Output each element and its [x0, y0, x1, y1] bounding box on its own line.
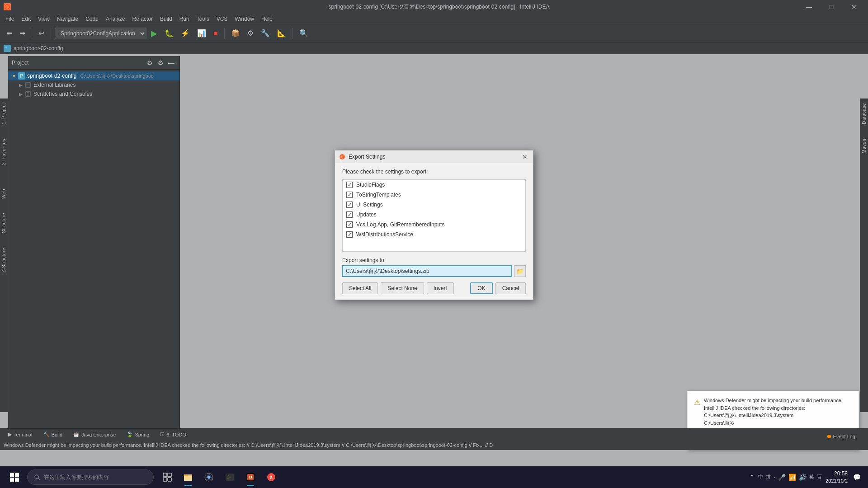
menu-file[interactable]: File — [2, 15, 18, 23]
run-tasks-button[interactable]: ⚙ — [245, 27, 256, 40]
checkbox-5[interactable] — [346, 231, 353, 238]
gear-button[interactable]: ⚙ — [156, 58, 165, 67]
menu-edit[interactable]: Edit — [18, 15, 34, 23]
tray-volume[interactable]: 🔊 — [799, 474, 807, 481]
run-config-select[interactable]: Springboot02ConfigApplication — [55, 28, 146, 39]
tab-java-enterprise[interactable]: ☕ Java Enterprise — [69, 431, 120, 438]
tray-ime-icon[interactable]: 百 — [817, 474, 822, 480]
taskbar: 在这里输入你要搜索的内容 — [0, 466, 868, 488]
tab-terminal[interactable]: ▶ Terminal — [4, 431, 37, 438]
menu-view[interactable]: View — [34, 15, 53, 23]
close-button[interactable]: ✕ — [844, 0, 864, 14]
menu-analyze[interactable]: Analyze — [102, 15, 129, 23]
menu-run[interactable]: Run — [176, 15, 193, 23]
tab-spring[interactable]: 🍃 Spring — [122, 431, 154, 438]
menu-tools[interactable]: Tools — [193, 15, 213, 23]
settings-item-2[interactable]: UI Settings — [343, 200, 525, 210]
dialog-close-button[interactable]: ✕ — [520, 152, 529, 161]
menu-window[interactable]: Window — [231, 15, 258, 23]
menu-vcs[interactable]: VCS — [213, 15, 231, 23]
checkbox-1[interactable] — [346, 192, 353, 198]
tree-item-root[interactable]: ▼ P springboot-02-config C:\Users\百岁\Des… — [8, 71, 179, 80]
invert-button[interactable]: Invert — [427, 282, 454, 294]
select-none-button[interactable]: Select None — [381, 282, 424, 294]
export-settings-dialog[interactable]: S Export Settings ✕ Please check the set… — [335, 150, 533, 300]
taskbar-search[interactable]: 在这里输入你要搜索的内容 — [27, 469, 154, 485]
taskbar-clock[interactable]: 20:58 2021/10/2 — [826, 470, 848, 484]
svg-rect-11 — [10, 473, 14, 477]
run-button[interactable]: ▶ — [148, 27, 160, 40]
tab-maven[interactable]: Maven — [861, 136, 868, 156]
tab-todo[interactable]: ☑ 6: TODO — [156, 431, 191, 438]
profile-button[interactable]: 📊 — [194, 27, 209, 40]
taskbar-file-explorer[interactable] — [178, 467, 198, 487]
settings-list[interactable]: StudioFlags ToStringTemplates UI Setting… — [342, 179, 526, 252]
project-title: springboot-02-config — [14, 45, 63, 52]
menu-code[interactable]: Code — [82, 15, 102, 23]
tab-build[interactable]: 🔨 Build — [39, 431, 67, 438]
tree-expand-icon-libs: ▶ — [19, 83, 23, 88]
checkbox-3[interactable] — [346, 211, 353, 218]
menu-refactor[interactable]: Refactor — [129, 15, 156, 23]
tray-dot[interactable]: · — [774, 474, 775, 481]
settings-item-4[interactable]: Vcs.Log.App, GitRememberedInputs — [343, 220, 525, 230]
ok-button[interactable]: OK — [470, 282, 492, 294]
spring-icon: 🍃 — [127, 432, 133, 437]
collapse-button[interactable]: — — [167, 58, 176, 67]
tree-item-libraries[interactable]: ▶ External Libraries — [8, 80, 179, 89]
tab-favorites[interactable]: 2: Favorites — [0, 136, 7, 168]
tab-database[interactable]: Database — [861, 100, 868, 127]
tab-web[interactable]: Web — [0, 186, 7, 202]
settings-item-3[interactable]: Updates — [343, 210, 525, 220]
undo-button[interactable]: ↩ — [36, 27, 47, 40]
export-path-input[interactable] — [342, 265, 512, 277]
tray-lang-switch[interactable]: 英 — [809, 474, 814, 480]
minimize-button[interactable]: — — [798, 0, 819, 14]
tab-structure[interactable]: Structure — [0, 210, 7, 236]
checkbox-2[interactable] — [346, 202, 353, 208]
debug-button[interactable]: 🐛 — [162, 27, 176, 40]
checkbox-4[interactable] — [346, 221, 353, 228]
taskbar-task-view[interactable] — [157, 467, 177, 487]
project-structure-button[interactable]: 📐 — [274, 27, 289, 40]
tray-wifi[interactable]: 📶 — [788, 474, 796, 481]
taskbar-terminal[interactable]: _ >_ — [220, 467, 240, 487]
menu-navigate[interactable]: Navigate — [53, 15, 82, 23]
tray-mic[interactable]: 🎤 — [778, 474, 786, 481]
forward-button[interactable]: ➡ — [17, 27, 28, 40]
tab-z-structure[interactable]: Z-Structure — [0, 245, 7, 276]
build-artifacts-button[interactable]: 📦 — [228, 27, 243, 40]
back-button[interactable]: ⬅ — [4, 27, 15, 40]
tray-arrow[interactable]: ⌃ — [750, 474, 755, 481]
event-log-badge[interactable]: Event Log — [824, 433, 859, 440]
taskbar-intellij[interactable]: IJ — [241, 467, 260, 487]
settings-item-0[interactable]: StudioFlags — [343, 180, 525, 190]
sdk-config-button[interactable]: 🔧 — [258, 27, 273, 40]
tray-notifications[interactable]: 💬 — [853, 474, 861, 481]
clock-date: 2021/10/2 — [826, 478, 848, 484]
menu-build[interactable]: Build — [156, 15, 176, 23]
select-all-button[interactable]: Select All — [342, 282, 378, 294]
settings-item-5[interactable]: WslDistributionsService — [343, 230, 525, 239]
settings-item-1[interactable]: ToStringTemplates — [343, 190, 525, 200]
menu-help[interactable]: Help — [258, 15, 276, 23]
stop-button[interactable]: ■ — [211, 27, 221, 40]
sync-button[interactable]: ⚙ — [145, 58, 154, 67]
taskbar-system-tray: ⌃ 中 拼 · 🎤 📶 🔊 英 百 20:58 2021/10/2 💬 — [750, 470, 864, 484]
status-bar-text: Windows Defender might be impacting your… — [4, 442, 493, 449]
project-panel-header: Project ⚙ ⚙ — — [8, 56, 179, 70]
browse-button[interactable]: 📁 — [514, 265, 526, 277]
checkbox-0[interactable] — [346, 182, 353, 188]
tray-pinyin[interactable]: 拼 — [766, 474, 771, 480]
tree-item-scratches[interactable]: ▶ Scratches and Consoles — [8, 89, 179, 99]
cancel-button[interactable]: Cancel — [495, 282, 526, 294]
taskbar-ime[interactable]: S — [261, 467, 281, 487]
tray-zh[interactable]: 中 — [758, 473, 763, 481]
search-everywhere-button[interactable]: 🔍 — [297, 27, 311, 40]
tab-project[interactable]: 1: Project — [0, 100, 7, 127]
start-button[interactable] — [4, 466, 25, 488]
settings-label-4: Vcs.Log.App, GitRememberedInputs — [356, 221, 444, 228]
maximize-button[interactable]: □ — [821, 0, 842, 14]
taskbar-browser[interactable] — [199, 467, 219, 487]
coverage-button[interactable]: ⚡ — [178, 27, 193, 40]
